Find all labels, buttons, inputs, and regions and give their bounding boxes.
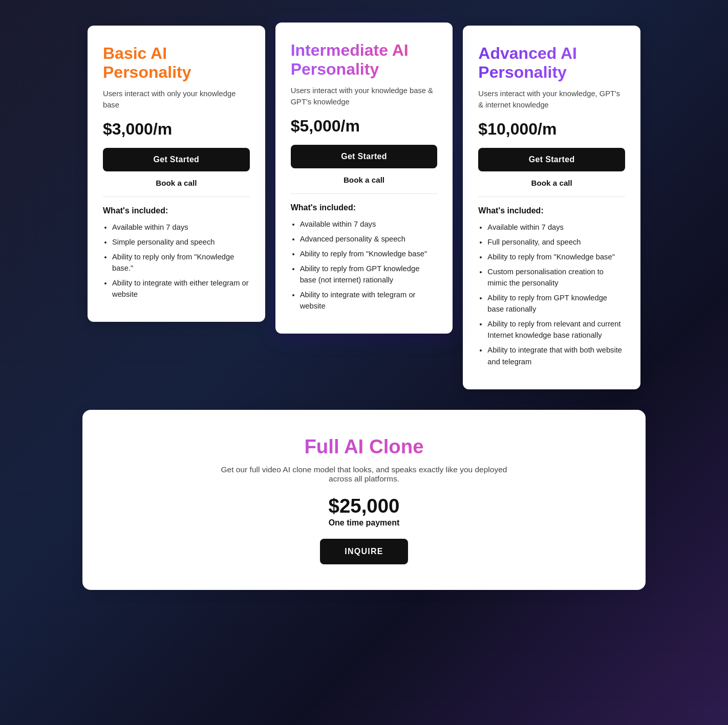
- get-started-button-advanced[interactable]: Get Started: [478, 148, 625, 171]
- plan-description-advanced: Users interact with your knowledge, GPT'…: [478, 88, 625, 111]
- get-started-button-basic[interactable]: Get Started: [103, 148, 250, 171]
- list-item: Custom personalisation creation to mimic…: [487, 266, 625, 289]
- clone-price: $25,000: [98, 495, 630, 517]
- list-item: Ability to integrate with telegram or we…: [300, 289, 438, 312]
- list-item: Advanced personality & speech: [300, 233, 438, 245]
- included-label-basic: What's included:: [103, 206, 250, 215]
- clone-section: Full AI Clone Get our full video AI clon…: [82, 410, 646, 590]
- pricing-card-advanced: Advanced AIPersonalityUsers interact wit…: [463, 26, 640, 389]
- list-item: Ability to reply from GPT knowledge base…: [487, 292, 625, 315]
- list-item: Ability to reply from "Knowledge base": [487, 251, 625, 262]
- book-call-link-intermediate[interactable]: Book a call: [291, 175, 438, 194]
- list-item: Full personality, and speech: [487, 236, 625, 248]
- book-call-link-advanced[interactable]: Book a call: [478, 179, 625, 197]
- clone-title: Full AI Clone: [98, 435, 630, 458]
- features-list-advanced: Available within 7 daysFull personality,…: [478, 222, 625, 367]
- list-item: Ability to reply from GPT knowledge base…: [300, 263, 438, 285]
- clone-price-sub: One time payment: [98, 518, 630, 528]
- plan-price-basic: $3,000/m: [103, 120, 250, 139]
- list-item: Ability to reply from "Knowledge base": [300, 248, 438, 259]
- pricing-card-basic: Basic AIPersonalityUsers interact with o…: [88, 26, 265, 322]
- plan-title-advanced: Advanced AIPersonality: [478, 44, 625, 82]
- list-item: Simple personality and speech: [112, 236, 250, 248]
- plan-title-intermediate: Intermediate AIPersonality: [291, 41, 438, 79]
- inquire-button[interactable]: INQUIRE: [320, 539, 408, 564]
- list-item: Ability to reply only from "Knowledge ba…: [112, 251, 250, 274]
- included-label-advanced: What's included:: [478, 206, 625, 215]
- clone-description: Get our full video AI clone model that l…: [210, 465, 518, 484]
- included-label-intermediate: What's included:: [291, 203, 438, 212]
- book-call-link-basic[interactable]: Book a call: [103, 179, 250, 197]
- plan-title-basic: Basic AIPersonality: [103, 44, 250, 82]
- features-list-basic: Available within 7 daysSimple personalit…: [103, 222, 250, 300]
- list-item: Available within 7 days: [112, 222, 250, 233]
- plan-description-basic: Users interact with only your knowledge …: [103, 88, 250, 111]
- list-item: Available within 7 days: [300, 218, 438, 230]
- list-item: Available within 7 days: [487, 222, 625, 233]
- list-item: Ability to reply from relevant and curre…: [487, 318, 625, 341]
- list-item: Ability to integrate that with both webs…: [487, 344, 625, 367]
- plan-price-advanced: $10,000/m: [478, 120, 625, 139]
- list-item: Ability to integrate with either telegra…: [112, 277, 250, 300]
- get-started-button-intermediate[interactable]: Get Started: [291, 145, 438, 168]
- pricing-cards-container: Basic AIPersonalityUsers interact with o…: [82, 10, 646, 405]
- features-list-intermediate: Available within 7 daysAdvanced personal…: [291, 218, 438, 312]
- plan-description-intermediate: Users interact with your knowledge base …: [291, 85, 438, 107]
- pricing-card-intermediate: Intermediate AIPersonalityUsers interact…: [275, 23, 453, 334]
- plan-price-intermediate: $5,000/m: [291, 117, 438, 136]
